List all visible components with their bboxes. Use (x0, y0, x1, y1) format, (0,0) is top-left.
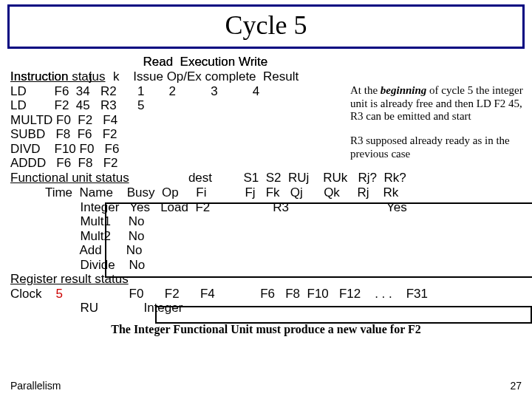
reg-status-box (155, 306, 532, 324)
hdr-read-exec-write-overlay: Read Execution Write (10, 55, 267, 69)
reg-header-post: F0 F2 F4 F6 F8 F10 F12 . . . F31 (63, 287, 428, 301)
reg-header-pre: Clock (10, 287, 55, 301)
slide-title: Cycle 5 (225, 10, 307, 40)
instr-header: Instruction j k Issue Op/Ex complete Res… (10, 69, 522, 84)
fu-header2: Time Name Busy Op Fi Fj Fk Qj Qk Rj Rk (10, 185, 522, 200)
fu-status-box (105, 202, 532, 278)
annotation-begin-cycle5: At the beginning of cycle 5 the integer … (350, 84, 532, 123)
annotation-r3-ready: R3 supposed already ready as in the prev… (350, 134, 532, 160)
note1-b: beginning (381, 84, 427, 96)
clock-value: 5 (55, 287, 62, 301)
slide-content: Read Execution Write Instruction status … (10, 55, 522, 336)
note1-a: At the (350, 84, 381, 96)
page-number: 27 (510, 380, 522, 392)
footer: Parallelism 27 (10, 380, 522, 392)
fu-header1: dest S1 S2 RUj RUk Rj? Rk? (10, 171, 522, 185)
reg-header: Clock 5 F0 F2 F4 F6 F8 F10 F12 . . . F31 (10, 287, 522, 301)
bottom-caption: The Integer Functional Unit must produce… (10, 323, 522, 336)
footer-left: Parallelism (10, 380, 61, 392)
title-bar: Cycle 5 (7, 4, 525, 49)
